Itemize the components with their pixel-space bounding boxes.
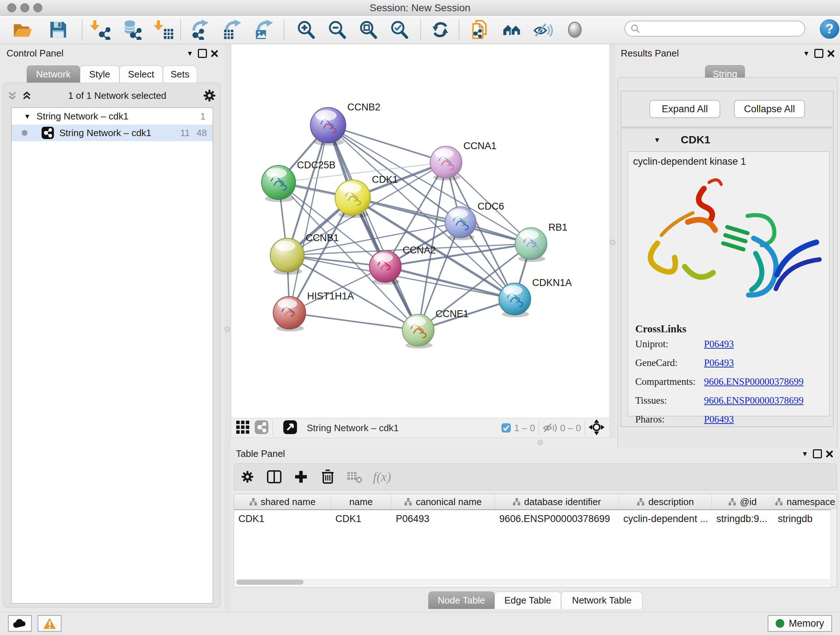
table-cell[interactable]: 9606.ENSP00000378699 (495, 513, 619, 524)
column-header-canonical-name[interactable]: canonical name (392, 494, 495, 509)
network-node-CCNB1[interactable] (270, 238, 304, 275)
table-cell[interactable]: P06493 (392, 513, 495, 524)
table-cell[interactable]: stringdb:9... (712, 513, 774, 524)
string-import-button[interactable] (468, 18, 492, 42)
tab-style[interactable]: Style (80, 65, 119, 83)
memory-button[interactable]: Memory (767, 615, 832, 632)
zoom-in-button[interactable] (294, 18, 317, 42)
string-home-button[interactable] (500, 18, 524, 42)
network-row[interactable]: String Network – cdk1 11 48 (11, 125, 213, 141)
grid-view-button[interactable] (236, 421, 249, 435)
export-image-button[interactable] (253, 18, 276, 42)
column-header-shared-name[interactable]: shared name (234, 494, 331, 509)
scrollbar-thumb[interactable] (237, 580, 303, 585)
gear-icon[interactable] (203, 89, 216, 102)
column-header-database-identifier[interactable]: database identifier (495, 494, 619, 509)
splitter-handle[interactable] (610, 240, 615, 245)
table-cell[interactable]: CDK1 (331, 513, 392, 524)
column-header--id[interactable]: @id (712, 494, 774, 509)
table-cell[interactable]: stringdb (774, 513, 837, 524)
zoom-fit-button[interactable] (356, 18, 380, 42)
float-panel-button[interactable] (811, 448, 823, 459)
expand-all-button[interactable]: Expand All (649, 100, 720, 118)
network-node-CDC6[interactable] (445, 207, 476, 240)
collapse-all-icon[interactable] (8, 90, 17, 101)
splitter-handle[interactable] (225, 326, 230, 332)
table-cell[interactable]: cyclin-dependent ... (619, 513, 712, 524)
horizontal-scrollbar[interactable] (234, 579, 831, 585)
apply-layout-button[interactable] (428, 18, 452, 42)
detach-view-button[interactable] (283, 420, 297, 436)
float-panel-button[interactable] (813, 48, 825, 59)
column-header-name[interactable]: name (331, 494, 392, 509)
network-node-CCNA1[interactable] (430, 146, 462, 181)
vertical-scrollbar[interactable] (831, 509, 837, 587)
zoom-selected-button[interactable] (387, 18, 411, 42)
table-settings-button[interactable] (234, 470, 261, 483)
crosslink-link[interactable]: 9606.ENSP00000378699 (704, 376, 804, 387)
node-result-header[interactable]: ▼ CDK1 (621, 128, 833, 151)
export-table-button[interactable] (221, 18, 245, 42)
network-canvas[interactable]: CCNB2CCNA1CDC25BCDK1CDC6RB1CCNB1CCNA2CDK… (231, 44, 610, 418)
export-network-button[interactable] (189, 18, 213, 42)
warnings-button[interactable] (38, 615, 62, 632)
close-panel-button[interactable] (208, 48, 221, 59)
collapse-panel-button[interactable]: ▼ (184, 48, 196, 59)
network-node-CCNE1[interactable] (402, 314, 434, 348)
import-network-database-button[interactable] (119, 18, 143, 42)
expand-all-icon[interactable] (22, 90, 32, 101)
birds-eye-view-button[interactable] (589, 419, 605, 437)
network-collection-row[interactable]: ▼ String Network – cdk1 1 (11, 108, 213, 125)
table-cell[interactable]: CDK1 (234, 513, 331, 524)
import-table-button[interactable] (152, 18, 176, 42)
tab-node-table[interactable]: Node Table (428, 592, 494, 609)
right-splitter[interactable] (610, 44, 616, 438)
tab-network[interactable]: Network (27, 65, 80, 83)
zoom-out-button[interactable] (325, 18, 349, 42)
network-node-CDKN1A[interactable] (499, 283, 531, 318)
crosslink-link[interactable]: 9606.ENSP00000378699 (704, 395, 804, 406)
open-session-button[interactable] (11, 18, 35, 42)
network-edge-CCNB2-HIST1H1A[interactable] (289, 125, 328, 313)
table-row[interactable]: CDK1CDK1P064939606.ENSP00000378699cyclin… (234, 510, 837, 527)
collapse-all-button[interactable]: Collapse All (734, 100, 805, 118)
tab-network-table[interactable]: Network Table (561, 592, 643, 609)
close-panel-button[interactable] (825, 48, 837, 59)
show-glass-ball-button[interactable] (563, 18, 587, 42)
splitter-handle[interactable] (538, 440, 543, 445)
network-view-share-button[interactable] (254, 420, 269, 436)
column-header-description[interactable]: description (619, 494, 712, 509)
crosslink-link[interactable]: P06493 (704, 339, 734, 350)
show-columns-button[interactable] (261, 470, 287, 484)
help-button[interactable]: ? (820, 19, 839, 39)
tab-select[interactable]: Select (119, 65, 163, 83)
network-edge-CCNB2-CCNA1[interactable] (328, 125, 446, 162)
selected-checkbox-icon[interactable] (501, 423, 511, 433)
save-session-button[interactable] (46, 18, 70, 42)
import-network-file-button[interactable] (88, 18, 112, 42)
float-panel-button[interactable] (196, 48, 208, 59)
tab-sets[interactable]: Sets (163, 65, 197, 83)
create-column-button[interactable] (287, 470, 314, 484)
column-header-namespace[interactable]: namespace (774, 494, 837, 509)
close-panel-button[interactable] (823, 448, 836, 459)
collapse-panel-button[interactable]: ▼ (800, 48, 813, 59)
network-node-HIST1H1A[interactable] (273, 296, 306, 332)
crosslink-link[interactable]: P06493 (704, 414, 734, 425)
gene-name: CDK1 (681, 134, 711, 146)
network-node-RB1[interactable] (515, 228, 547, 262)
network-edge-HIST1H1A-CCNE1[interactable] (289, 313, 418, 330)
left-splitter[interactable] (224, 44, 231, 612)
network-node-CCNA2[interactable] (369, 250, 401, 285)
disclosure-triangle-icon[interactable]: ▼ (24, 113, 31, 120)
search-input[interactable] (624, 21, 805, 36)
crosslink-link[interactable]: P06493 (704, 357, 734, 369)
network-node-CDC25B[interactable] (262, 165, 295, 202)
refresh-icon (431, 20, 450, 39)
collapse-panel-button[interactable]: ▼ (799, 448, 811, 459)
network-node-CDK1[interactable] (335, 180, 370, 218)
tab-edge-table[interactable]: Edge Table (494, 592, 561, 609)
delete-column-button[interactable] (314, 469, 341, 485)
cloud-status-button[interactable] (8, 615, 32, 632)
hide-glass-button[interactable] (531, 18, 555, 42)
